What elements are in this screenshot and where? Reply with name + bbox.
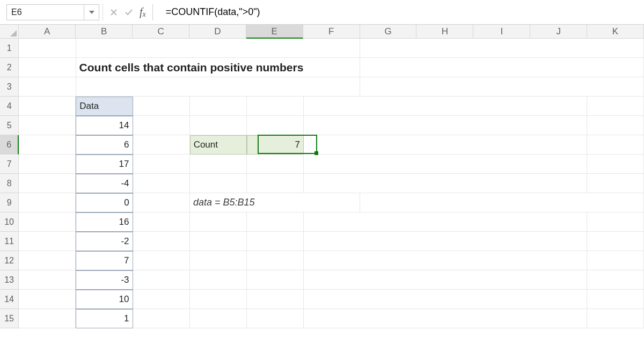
cell-E12[interactable] (247, 251, 304, 270)
cell-A9[interactable] (19, 193, 76, 212)
cell-E11[interactable] (247, 232, 304, 251)
row-header-2[interactable]: 2 (0, 58, 19, 77)
cell-E10[interactable] (247, 212, 304, 232)
col-header-I[interactable]: I (473, 25, 530, 39)
cell-B11[interactable]: -2 (76, 232, 133, 251)
cell-F12[interactable] (304, 251, 587, 270)
cell-K5[interactable] (587, 116, 644, 135)
col-header-H[interactable]: H (416, 25, 473, 39)
row-header-4[interactable]: 4 (0, 97, 19, 116)
cell-A4[interactable] (19, 97, 76, 116)
cell-D7[interactable] (190, 155, 247, 174)
row-header-15[interactable]: 15 (0, 309, 19, 328)
cell-B7[interactable]: 17 (76, 155, 133, 174)
cell-K4[interactable] (587, 97, 644, 116)
cell-K14[interactable] (587, 290, 644, 309)
row-header-8[interactable]: 8 (0, 174, 19, 193)
row-header-11[interactable]: 11 (0, 232, 19, 251)
cell-F10[interactable] (304, 212, 587, 232)
cell-K11[interactable] (587, 232, 644, 251)
cell-K8[interactable] (587, 174, 644, 193)
cell-K15[interactable] (587, 309, 644, 328)
cell-G3[interactable] (360, 77, 644, 97)
cell-F5[interactable] (304, 116, 587, 135)
col-header-E[interactable]: E (246, 25, 303, 39)
cell-E5[interactable] (247, 116, 304, 135)
cell-K13[interactable] (587, 270, 644, 290)
cell-E8[interactable] (247, 174, 304, 193)
cell-A15[interactable] (19, 309, 76, 328)
cell-A14[interactable] (19, 290, 76, 309)
cell-K6[interactable] (587, 135, 644, 155)
cell-K12[interactable] (587, 251, 644, 270)
cell-K10[interactable] (587, 212, 644, 232)
cell-A1[interactable] (19, 39, 76, 58)
cell-A5[interactable] (19, 116, 76, 135)
cell-B14[interactable]: 10 (76, 290, 133, 309)
title-cell[interactable]: Count cells that contain positive number… (76, 58, 360, 77)
cell-C5[interactable] (133, 116, 190, 135)
cell-F8[interactable] (304, 174, 587, 193)
row-header-3[interactable]: 3 (0, 77, 19, 97)
col-header-F[interactable]: F (303, 25, 360, 39)
cell-D5[interactable] (190, 116, 247, 135)
cell-B13[interactable]: -3 (76, 270, 133, 290)
cell-B12[interactable]: 7 (76, 251, 133, 270)
cell-A11[interactable] (19, 232, 76, 251)
cell-A3[interactable] (19, 77, 76, 97)
formula-confirm-button[interactable] (121, 5, 136, 20)
cell-B5[interactable]: 14 (76, 116, 133, 135)
cell-C9[interactable] (133, 193, 190, 212)
cell-D11[interactable] (190, 232, 247, 251)
name-box[interactable]: E6 (6, 4, 84, 20)
cell-F15[interactable] (304, 309, 587, 328)
cell-A8[interactable] (19, 174, 76, 193)
cell-D14[interactable] (190, 290, 247, 309)
row-header-1[interactable]: 1 (0, 39, 19, 58)
cell-C15[interactable] (133, 309, 190, 328)
cell-B10[interactable]: 16 (76, 212, 133, 232)
cell-F4[interactable] (304, 97, 587, 116)
cell-D12[interactable] (190, 251, 247, 270)
cell-C6[interactable] (133, 135, 190, 155)
row-header-14[interactable]: 14 (0, 290, 19, 309)
cell-G1[interactable] (360, 39, 644, 58)
select-all-button[interactable] (0, 25, 19, 39)
cell-F7[interactable] (304, 155, 587, 174)
col-header-G[interactable]: G (360, 25, 417, 39)
row-header-13[interactable]: 13 (0, 270, 19, 290)
count-label-cell[interactable]: Count (190, 135, 247, 155)
cell-E4[interactable] (247, 97, 304, 116)
col-header-B[interactable]: B (76, 25, 133, 39)
cell-F11[interactable] (304, 232, 587, 251)
cell-A10[interactable] (19, 212, 76, 232)
cell-A13[interactable] (19, 270, 76, 290)
cell-A12[interactable] (19, 251, 76, 270)
cell-B9[interactable]: 0 (76, 193, 133, 212)
cell-B1[interactable] (76, 39, 360, 58)
row-header-12[interactable]: 12 (0, 251, 19, 270)
cell-C10[interactable] (133, 212, 190, 232)
cell-K7[interactable] (587, 155, 644, 174)
row-header-7[interactable]: 7 (0, 155, 19, 174)
formula-input[interactable] (156, 4, 644, 20)
col-header-C[interactable]: C (133, 25, 189, 39)
name-box-dropdown[interactable] (84, 4, 99, 20)
cell-C4[interactable] (133, 97, 190, 116)
row-header-9[interactable]: 9 (0, 193, 19, 212)
cell-D8[interactable] (190, 174, 247, 193)
col-header-A[interactable]: A (19, 25, 76, 39)
fx-icon[interactable]: fx (140, 6, 146, 18)
cell-E7[interactable] (247, 155, 304, 174)
count-value-cell[interactable]: 7 (247, 135, 304, 155)
cell-C8[interactable] (133, 174, 190, 193)
cell-E13[interactable] (247, 270, 304, 290)
cell-G2[interactable] (360, 58, 644, 77)
cell-C11[interactable] (133, 232, 190, 251)
col-header-K[interactable]: K (587, 25, 644, 39)
col-header-D[interactable]: D (189, 25, 246, 39)
cell-D10[interactable] (190, 212, 247, 232)
cell-C12[interactable] (133, 251, 190, 270)
formula-cancel-button[interactable] (106, 5, 121, 20)
row-header-5[interactable]: 5 (0, 116, 19, 135)
